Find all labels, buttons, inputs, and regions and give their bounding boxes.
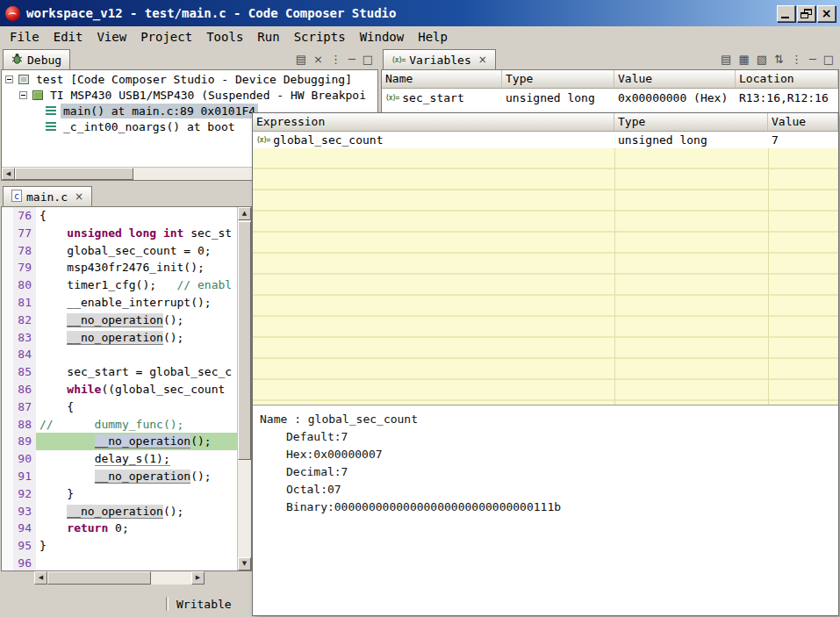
breakpoint-ruler[interactable]	[2, 312, 13, 329]
minimize-view-icon[interactable]: ─	[809, 54, 816, 65]
scroll-down-button[interactable]: ▼	[238, 557, 251, 570]
code-text[interactable]: unsigned long int sec_st	[36, 225, 251, 242]
expression-value-cell: 7	[768, 132, 838, 148]
column-header-name[interactable]: Name	[382, 70, 502, 88]
show-columns-icon[interactable]: ▤	[721, 54, 731, 65]
breakpoint-ruler[interactable]	[2, 276, 13, 294]
column-header-value[interactable]: Value	[614, 70, 736, 88]
code-text[interactable]: }	[36, 485, 251, 503]
code-text[interactable]: // dummy_func();	[36, 416, 251, 434]
code-text[interactable]: delay_s(1);	[36, 450, 251, 468]
code-text[interactable]: __no_operation();	[36, 329, 251, 347]
tree-expander-icon[interactable]	[5, 75, 13, 83]
minimize-view-icon[interactable]: ─	[348, 54, 355, 65]
variable-type-cell: unsigned long	[502, 89, 614, 107]
code-text[interactable]: while((global_sec_count	[36, 381, 251, 398]
code-text[interactable]: __no_operation();	[36, 312, 251, 329]
menu-edit[interactable]: Edit	[47, 29, 90, 45]
scroll-left-button[interactable]: ◀	[34, 571, 47, 585]
menu-help[interactable]: Help	[411, 29, 455, 45]
menu-project[interactable]: Project	[133, 29, 199, 45]
code-text[interactable]: }	[36, 537, 251, 555]
menu-run[interactable]: Run	[250, 29, 286, 45]
debug-tree-row[interactable]: test [Code Composer Studio - Device Debu…	[2, 71, 377, 87]
maximize-view-icon[interactable]: □	[363, 54, 373, 65]
code-text[interactable]: __no_operation();	[36, 503, 251, 520]
tab-close-icon[interactable]: ×	[478, 54, 487, 66]
code-text[interactable]: {	[36, 398, 251, 416]
column-header-type[interactable]: Type	[502, 70, 614, 88]
breakpoint-ruler[interactable]	[2, 329, 13, 347]
menu-tools[interactable]: Tools	[199, 29, 250, 45]
layout-icon[interactable]: ▤	[296, 54, 306, 65]
remove-all-terminated-icon[interactable]: ×	[313, 54, 323, 65]
scroll-thumb[interactable]	[238, 221, 251, 460]
tab-variables[interactable]: (x)= Variables ×	[383, 49, 496, 69]
writable-status: Writable	[176, 598, 232, 611]
column-header-expression[interactable]: Expression	[253, 113, 614, 131]
menu-scripts[interactable]: Scripts	[287, 29, 353, 45]
scroll-thumb[interactable]	[15, 168, 133, 180]
breakpoint-ruler[interactable]	[2, 468, 13, 485]
breakpoint-ruler[interactable]	[2, 207, 13, 225]
code-text[interactable]: return 0;	[36, 520, 251, 537]
menu-file[interactable]: File	[3, 29, 47, 45]
code-line-92: 92 }	[2, 485, 251, 503]
scroll-right-button[interactable]: ▶	[191, 571, 205, 585]
breakpoint-ruler[interactable]	[2, 450, 13, 468]
drag-handle-icon[interactable]: ⋮	[791, 54, 802, 65]
breakpoint-ruler[interactable]	[2, 520, 13, 537]
breakpoint-ruler[interactable]	[2, 537, 13, 555]
show-logical-structure-icon[interactable]: ▧	[757, 54, 767, 65]
minimize-button[interactable]	[777, 5, 795, 22]
breakpoint-ruler[interactable]	[2, 381, 13, 398]
menu-view[interactable]: View	[90, 29, 133, 45]
breakpoint-ruler[interactable]	[2, 225, 13, 242]
new-expression-icon[interactable]: ▦	[738, 54, 749, 65]
tab-debug[interactable]: Debug	[3, 49, 70, 69]
tab-main-c[interactable]: c main.c ×	[3, 186, 92, 206]
code-text[interactable]	[36, 346, 251, 363]
maximize-view-icon[interactable]: □	[823, 54, 834, 65]
expression-row[interactable]: (x)=global_sec_countunsigned long7	[253, 132, 838, 148]
close-button[interactable]: ×	[817, 5, 836, 22]
column-header-location[interactable]: Location	[736, 70, 838, 88]
menu-window[interactable]: Window	[353, 29, 412, 45]
column-header-value[interactable]: Value	[768, 113, 838, 131]
refresh-icon[interactable]: ⇅	[774, 54, 784, 65]
breakpoint-ruler[interactable]	[2, 363, 13, 381]
menubar: FileEditViewProjectToolsRunScriptsWindow…	[0, 26, 840, 47]
app-icon[interactable]	[5, 6, 20, 21]
code-text[interactable]: __no_operation();	[36, 433, 251, 450]
breakpoint-ruler[interactable]	[2, 555, 13, 571]
code-text[interactable]: msp430fr2476_init();	[36, 259, 251, 276]
code-text[interactable]: {	[36, 207, 251, 225]
debug-tree-row[interactable]: TI MSP430 USB1/MSP430 (Suspended - HW Br…	[2, 87, 377, 103]
scroll-up-button[interactable]: ▲	[238, 207, 251, 220]
breakpoint-ruler[interactable]	[2, 294, 13, 312]
code-text[interactable]: timer1_cfg(); // enabl	[36, 276, 251, 294]
column-header-type[interactable]: Type	[614, 113, 768, 131]
scroll-left-button[interactable]: ◀	[2, 168, 15, 180]
scroll-thumb[interactable]	[47, 571, 151, 585]
tree-expander-icon[interactable]	[19, 91, 27, 99]
breakpoint-ruler[interactable]	[2, 346, 13, 363]
code-text[interactable]: __no_operation();	[36, 468, 251, 485]
breakpoint-ruler[interactable]	[2, 503, 13, 520]
breakpoint-ruler[interactable]	[2, 416, 13, 434]
variables-row[interactable]: (x)=sec_startunsigned long0x00000000 (He…	[382, 89, 838, 107]
editor-horizontal-scrollbar[interactable]: ◀ ▶	[34, 571, 205, 585]
breakpoint-ruler[interactable]	[2, 485, 13, 503]
restore-button[interactable]	[797, 5, 815, 22]
drag-handle-icon[interactable]: ⋮	[330, 54, 341, 65]
breakpoint-ruler[interactable]	[2, 398, 13, 416]
editor-vertical-scrollbar[interactable]: ▲ ▼	[237, 207, 251, 570]
code-text[interactable]: global_sec_count = 0;	[36, 242, 251, 260]
code-text[interactable]: sec_start = global_sec_c	[36, 363, 251, 381]
breakpoint-ruler[interactable]	[2, 433, 13, 450]
breakpoint-ruler[interactable]	[2, 242, 13, 260]
code-text[interactable]: __enable_interrupt();	[36, 294, 251, 312]
code-text[interactable]	[36, 555, 251, 571]
breakpoint-ruler[interactable]	[2, 259, 13, 276]
tab-close-icon[interactable]: ×	[75, 190, 83, 203]
